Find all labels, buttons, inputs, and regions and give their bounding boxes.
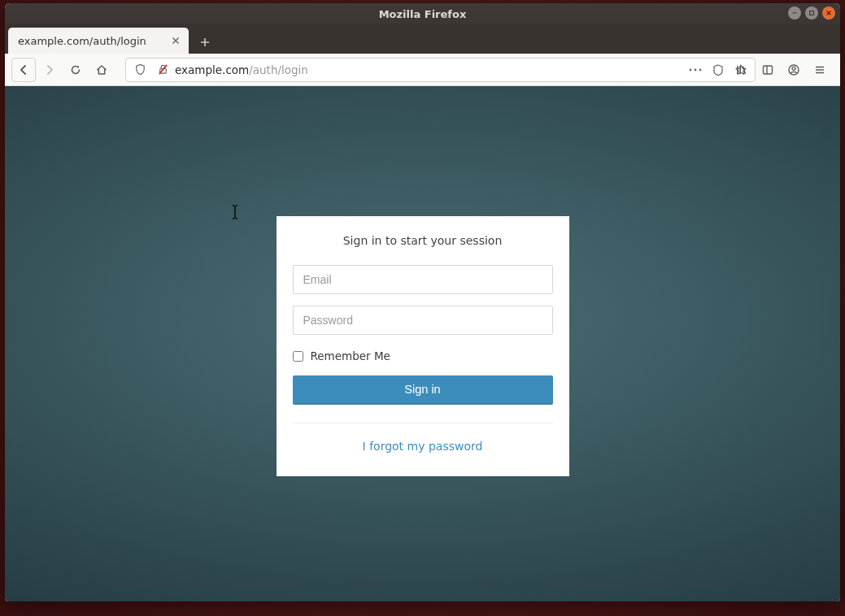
remember-checkbox[interactable] [293, 351, 303, 362]
titlebar: Mozilla Firefox [5, 3, 840, 24]
reader-mode-icon[interactable] [708, 59, 729, 80]
reload-button[interactable] [63, 58, 88, 82]
page-actions-icon[interactable] [685, 59, 706, 80]
close-button[interactable] [822, 7, 835, 20]
sidebar-icon[interactable] [756, 58, 780, 82]
maximize-button[interactable] [805, 7, 818, 20]
home-button[interactable] [89, 58, 114, 82]
login-message: Sign in to start your session [293, 234, 553, 247]
svg-rect-1 [810, 11, 814, 15]
email-field[interactable] [293, 265, 553, 294]
browser-window: Mozilla Firefox example.com/auth/login [5, 3, 840, 601]
login-card: Sign in to start your session Remember M… [277, 216, 569, 476]
forward-button[interactable] [37, 58, 62, 82]
divider [293, 423, 553, 423]
desktop: Mozilla Firefox example.com/auth/login [0, 0, 845, 616]
toolbar-right [730, 58, 832, 82]
svg-point-11 [695, 68, 697, 71]
library-icon[interactable] [730, 58, 754, 82]
url-path: /auth/login [249, 63, 308, 76]
svg-line-15 [743, 66, 746, 74]
password-field[interactable] [293, 306, 553, 335]
window-title: Mozilla Firefox [379, 8, 467, 20]
tab-close-icon[interactable] [169, 34, 182, 47]
svg-point-12 [699, 68, 702, 71]
shield-icon[interactable] [129, 59, 150, 80]
forgot-password-link[interactable]: I forgot my password [363, 440, 483, 453]
svg-point-10 [690, 68, 692, 71]
url-domain: example.com [175, 63, 249, 76]
window-controls [788, 7, 835, 20]
text-cursor-icon [231, 205, 241, 221]
url-bar[interactable]: example.com/auth/login [125, 58, 756, 82]
remember-label: Remember Me [311, 349, 390, 362]
toolbar: example.com/auth/login [5, 54, 840, 86]
tab-bar: example.com/auth/login [5, 24, 840, 54]
remember-me[interactable]: Remember Me [293, 349, 553, 362]
forgot-password: I forgot my password [293, 438, 553, 453]
new-tab-button[interactable] [194, 31, 216, 54]
url-text[interactable]: example.com/auth/login [175, 63, 683, 76]
page-content: Sign in to start your session Remember M… [5, 86, 840, 601]
tab-title: example.com/auth/login [18, 35, 146, 47]
minimize-button[interactable] [788, 7, 801, 20]
insecure-lock-icon[interactable] [152, 59, 173, 80]
back-button[interactable] [11, 58, 36, 82]
svg-rect-16 [764, 66, 773, 74]
tab-active[interactable]: example.com/auth/login [8, 28, 189, 54]
account-icon[interactable] [782, 58, 806, 82]
svg-point-19 [792, 67, 795, 70]
signin-button[interactable]: Sign in [293, 375, 553, 405]
menu-icon[interactable] [808, 58, 832, 82]
